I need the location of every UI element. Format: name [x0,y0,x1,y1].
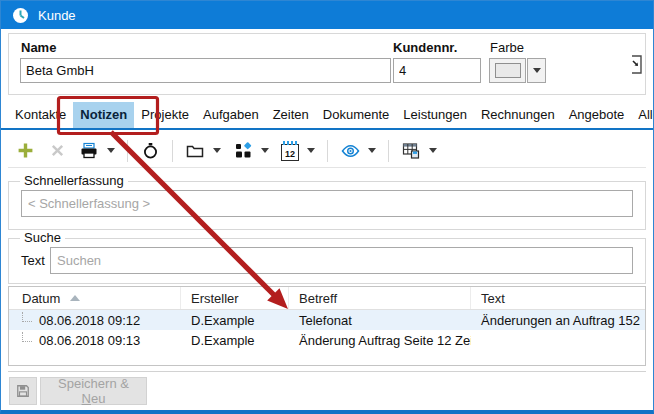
color-swatch-button[interactable] [489,58,526,83]
tab-strip: Kontakte Notizen Projekte Aufgaben Zeite… [8,102,654,128]
tab-kontakte[interactable]: Kontakte [8,102,73,128]
column-header-ersteller[interactable]: Ersteller [181,287,289,309]
save-and-new-button[interactable]: Speichern & Neu [40,377,147,405]
tab-aufgaben[interactable]: Aufgaben [196,102,266,128]
tree-node-connector [22,332,32,342]
sort-ascending-icon [70,295,80,301]
clock-app-icon [10,5,30,25]
save-disk-icon [16,383,30,399]
tab-zeiten[interactable]: Zeiten [266,102,316,128]
titlebar: Kunde [1,1,653,29]
search-text-label: Text [21,253,45,268]
view-eye-icon[interactable] [340,141,360,161]
calendar-rings [283,141,297,145]
kundennr-input[interactable] [393,58,481,83]
view-dropdown-icon[interactable] [368,148,376,153]
cell-text: Änderungen an Auftrag 152 [471,310,645,330]
kunde-window: Kunde Name Kundennr. Farbe Kontakte Noti… [0,0,654,414]
group-dropdown-icon[interactable] [261,148,269,153]
calendar-dropdown-icon[interactable] [307,148,315,153]
column-header-text[interactable]: Text [471,287,645,309]
toolbar-separator [127,140,128,162]
tab-projekte[interactable]: Projekte [134,102,196,128]
timer-icon[interactable] [140,141,160,161]
toolbar-separator [388,140,389,162]
anchor-indicator-icon [631,53,645,79]
cell-datum: 08.06.2018 09:12 [9,310,181,330]
delete-note-icon[interactable] [47,141,67,161]
print-dropdown-icon[interactable] [107,148,115,153]
table-row[interactable]: 08.06.2018 09:13 D.Example Änderung Auft… [9,330,645,350]
group-view-icon[interactable] [233,141,253,161]
cell-ersteller: D.Example [181,310,289,330]
export-table-icon[interactable] [401,141,421,161]
tab-rechnungen[interactable]: Rechnungen [474,102,562,128]
print-icon[interactable] [79,141,99,161]
export-dropdown-icon[interactable] [429,148,437,153]
folder-dropdown-icon[interactable] [213,148,221,153]
notes-toolbar: 12 [8,134,646,168]
toolbar-separator [327,140,328,162]
color-swatch [495,63,521,78]
toolbar-separator [172,140,173,162]
name-label: Name [21,40,56,55]
calendar-icon[interactable]: 12 [281,144,299,161]
color-dropdown-button[interactable] [527,58,546,83]
column-header-betreff[interactable]: Betreff [289,287,471,309]
search-group: Suche Text [8,238,646,284]
table-row[interactable]: 08.06.2018 09:12 D.Example Telefonat Änd… [9,310,645,330]
footer-divider [8,371,646,372]
notes-table: Datum Ersteller Betreff Text 08.06.2018 … [8,286,646,366]
save-button[interactable] [9,377,37,405]
kundennr-label: Kundennr. [393,40,457,55]
tab-angebote[interactable]: Angebote [562,102,632,128]
chevron-down-icon [533,68,541,73]
active-tab-underline [1,128,653,130]
tab-leistungen[interactable]: Leistungen [396,102,474,128]
tab-dokumente[interactable]: Dokumente [316,102,396,128]
table-header-row: Datum Ersteller Betreff Text [9,287,645,310]
cell-betreff: Änderung Auftrag Seite 12 Zeile 7 [289,330,471,350]
column-header-datum[interactable]: Datum [9,287,181,309]
quick-entry-group: Schnellerfassung [8,181,646,230]
search-input[interactable] [50,247,633,274]
add-note-icon[interactable] [15,141,35,161]
cell-text [471,330,645,350]
search-group-label: Suche [20,230,65,245]
name-input[interactable] [20,58,391,83]
farbe-label: Farbe [490,40,524,55]
window-title: Kunde [38,8,76,23]
cell-datum: 08.06.2018 09:13 [9,330,181,350]
calendar-day-number: 12 [282,149,298,160]
quick-entry-input[interactable] [21,190,633,217]
cell-ersteller: D.Example [181,330,289,350]
quick-entry-group-label: Schnellerfassung [20,173,128,188]
folder-icon[interactable] [185,141,205,161]
tab-notizen[interactable]: Notizen [73,102,134,128]
tree-node-connector [22,312,32,322]
tab-allgemein[interactable]: Allgemein [631,102,654,128]
cell-betreff: Telefonat [289,310,471,330]
